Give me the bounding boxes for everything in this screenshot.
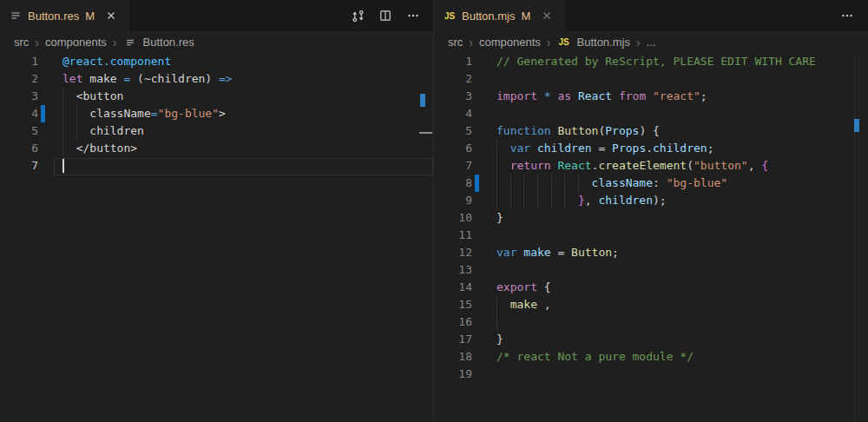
code-line[interactable]: import * as React from "react"; — [496, 88, 707, 105]
line-number[interactable]: 9 — [434, 192, 472, 209]
line-number[interactable]: 3 — [434, 88, 472, 105]
overview-ruler-modified-mark — [854, 119, 859, 132]
code-editor-right[interactable]: 1// Generated by ReScript, PLEASE EDIT W… — [434, 0, 868, 422]
line-number[interactable]: 7 — [434, 157, 472, 175]
editor-pane-right: JS Button.mjs M src › components › JS — [434, 0, 868, 422]
line-number[interactable]: 12 — [434, 244, 472, 261]
line-number[interactable]: 7 — [0, 157, 38, 175]
line-number[interactable]: 3 — [0, 88, 38, 105]
line-number[interactable]: 1 — [434, 53, 472, 70]
code-line[interactable]: children — [62, 122, 144, 140]
code-line[interactable]: className="bg-blue"> — [62, 105, 226, 122]
line-number[interactable]: 17 — [434, 331, 472, 348]
line-number[interactable]: 11 — [434, 227, 472, 244]
line-number[interactable]: 6 — [434, 140, 472, 157]
code-line[interactable]: /* react Not a pure module */ — [496, 348, 694, 366]
code-line[interactable]: </button> — [62, 140, 137, 157]
gutter-modified-marker — [475, 175, 479, 192]
vscode-window: Button.res M — [0, 0, 868, 422]
code-line[interactable]: } — [496, 209, 503, 227]
code-line[interactable]: return React.createElement("button", { — [496, 157, 768, 175]
line-number[interactable]: 15 — [434, 296, 472, 313]
line-number[interactable]: 4 — [434, 105, 472, 122]
line-number[interactable]: 10 — [434, 209, 472, 227]
line-number[interactable]: 2 — [434, 70, 472, 88]
line-number[interactable]: 2 — [0, 70, 38, 88]
code-line[interactable]: function Button(Props) { — [496, 122, 660, 140]
line-number[interactable]: 6 — [0, 140, 38, 157]
line-number[interactable]: 18 — [434, 348, 472, 366]
line-number[interactable]: 1 — [0, 53, 38, 70]
indent-guide — [496, 313, 497, 331]
code-line[interactable]: } — [496, 331, 503, 348]
line-number[interactable]: 13 — [434, 261, 472, 279]
line-number[interactable]: 4 — [0, 105, 38, 122]
line-number[interactable]: 19 — [434, 366, 472, 383]
code-line[interactable]: let make = (~children) => — [62, 70, 233, 88]
code-line[interactable]: make , — [496, 296, 551, 313]
current-line-highlight — [54, 158, 433, 175]
code-line[interactable]: className: "bg-blue" — [496, 175, 727, 192]
text-cursor — [62, 159, 64, 173]
line-number[interactable]: 16 — [434, 313, 472, 331]
line-number[interactable]: 8 — [434, 175, 472, 192]
code-line[interactable]: }, children); — [496, 192, 667, 209]
code-line[interactable]: var children = Props.children; — [496, 140, 714, 157]
overview-ruler-cursor-mark — [419, 132, 432, 134]
code-editor-left[interactable]: 1@react.component2let make = (~children)… — [0, 0, 434, 422]
code-line[interactable]: <button — [62, 88, 123, 105]
line-number[interactable]: 5 — [0, 122, 38, 140]
code-line[interactable]: @react.component — [62, 53, 171, 70]
code-line[interactable]: var make = Button; — [496, 244, 619, 261]
line-number[interactable]: 14 — [434, 279, 472, 296]
line-number[interactable]: 5 — [434, 122, 472, 140]
code-line[interactable]: export { — [496, 279, 551, 296]
gutter-modified-marker — [41, 105, 45, 122]
editor-pane-left: Button.res M — [0, 0, 434, 422]
overview-ruler-modified-mark — [420, 94, 425, 107]
pane-divider[interactable] — [433, 0, 434, 422]
code-line[interactable]: // Generated by ReScript, PLEASE EDIT WI… — [496, 53, 816, 70]
